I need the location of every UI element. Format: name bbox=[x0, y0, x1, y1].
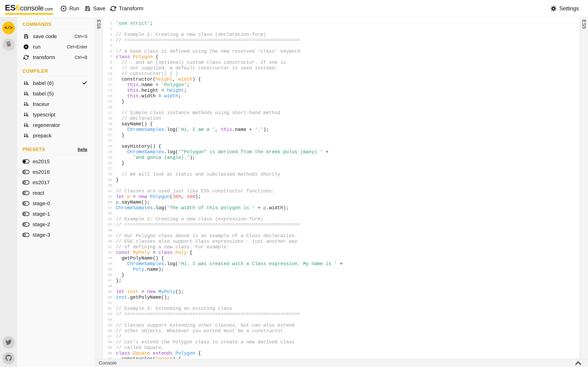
code-line: inst.getPolyName(); bbox=[116, 295, 579, 300]
toggle-knob bbox=[23, 223, 26, 226]
toggle-off-icon[interactable] bbox=[22, 212, 29, 216]
line-number: 9 bbox=[103, 65, 112, 71]
presets-header: PRESETS help bbox=[22, 147, 87, 152]
play-circle-icon bbox=[60, 5, 67, 12]
line-number: 51 bbox=[103, 300, 112, 306]
code-line bbox=[116, 300, 579, 306]
code-line: // Example 3: Extending an existing clas… bbox=[116, 306, 579, 311]
line-number: 42 bbox=[103, 250, 112, 256]
toggle-knob bbox=[23, 181, 26, 184]
code-line bbox=[116, 284, 579, 289]
chevron-up-icon[interactable] bbox=[575, 360, 582, 366]
play-icon bbox=[22, 44, 30, 50]
line-number: 35 bbox=[103, 211, 112, 216]
command-label: save code bbox=[33, 33, 57, 39]
twitter-icon bbox=[5, 339, 12, 346]
es6-pane-strip: ES6 bbox=[95, 17, 103, 359]
es6-code-editor[interactable]: 'use strict';// Example 1: Creating a ne… bbox=[114, 17, 579, 359]
line-number: 52 bbox=[103, 306, 112, 311]
compiler-option-typescript[interactable]: typescript bbox=[22, 109, 87, 120]
compiler-option-regenerator[interactable]: regenerator bbox=[22, 120, 87, 130]
code-line: ChromeSamples.log('The width of this pol… bbox=[116, 205, 579, 211]
toggle-knob bbox=[23, 234, 26, 236]
toggle-off-icon[interactable] bbox=[22, 233, 29, 237]
compiler-label: prepack bbox=[33, 133, 52, 139]
preset-label: es2015 bbox=[33, 158, 50, 165]
toggle-knob bbox=[23, 160, 26, 163]
toggle-off-icon[interactable] bbox=[22, 222, 29, 226]
preset-stage-1[interactable]: stage-1 bbox=[22, 209, 87, 219]
toggle-knob bbox=[23, 202, 26, 205]
line-number: 55 bbox=[103, 323, 112, 328]
command-save-code[interactable]: save codeCtrl+S bbox=[22, 31, 87, 42]
logo[interactable]: ES6console.com bbox=[5, 3, 53, 15]
preset-es2015[interactable]: es2015 bbox=[22, 156, 87, 167]
code-line: ChromeSamples.log('Hi. I was created wit… bbox=[116, 261, 579, 267]
console-bar[interactable]: Console bbox=[95, 359, 588, 367]
refresh-icon bbox=[22, 55, 30, 60]
sort-icon bbox=[22, 133, 30, 138]
compiler-option-prepack[interactable]: prepack bbox=[22, 130, 87, 141]
preset-stage-2[interactable]: stage-2 bbox=[22, 219, 87, 230]
compiler-option-babel-6-[interactable]: babel (6) bbox=[22, 78, 87, 88]
run-button[interactable]: Run bbox=[60, 0, 79, 17]
line-number: 21 bbox=[103, 133, 112, 138]
code-line: 'and gonia (angle).'); bbox=[116, 155, 579, 160]
line-number: 58 bbox=[103, 339, 112, 345]
command-transform[interactable]: transformCtrl+B bbox=[22, 52, 87, 63]
presets-help-link[interactable]: help bbox=[78, 147, 87, 152]
github-link[interactable] bbox=[2, 352, 15, 365]
line-number: 24 bbox=[103, 149, 112, 155]
preset-label: es2016 bbox=[33, 169, 50, 175]
line-number: 41 bbox=[103, 244, 112, 250]
line-number: 8 bbox=[103, 60, 112, 65]
sort-icon bbox=[22, 101, 30, 107]
line-number: 44 bbox=[103, 261, 112, 267]
preset-label: stage-1 bbox=[33, 211, 50, 217]
editor-area: ES6 123456789101112131415161718192021222… bbox=[95, 17, 588, 359]
save-button[interactable]: Save bbox=[85, 0, 105, 17]
compiler-option-babel-5-[interactable]: babel (5) bbox=[22, 88, 87, 99]
preset-es2017[interactable]: es2017 bbox=[22, 177, 87, 188]
sort-icon bbox=[22, 123, 30, 128]
line-number: 43 bbox=[103, 256, 112, 261]
toggle-off-icon[interactable] bbox=[22, 201, 29, 206]
compiler-option-traceur[interactable]: traceur bbox=[22, 99, 87, 109]
line-number: 49 bbox=[103, 289, 112, 295]
line-number: 10 bbox=[103, 71, 112, 76]
preset-label: stage-0 bbox=[33, 200, 50, 206]
line-number: 39 bbox=[103, 233, 112, 239]
code-icon: </> bbox=[5, 25, 13, 31]
line-number-gutter: 1234567891011121314151617181920212223242… bbox=[103, 17, 114, 359]
code-line: // declaration bbox=[116, 116, 579, 121]
preset-es2016[interactable]: es2016 bbox=[22, 167, 87, 177]
toggle-off-icon[interactable] bbox=[22, 191, 29, 195]
line-number: 7 bbox=[103, 54, 112, 60]
settings-button[interactable]: Settings bbox=[550, 0, 579, 17]
logo-console: console bbox=[20, 4, 43, 12]
toggle-off-icon[interactable] bbox=[22, 180, 29, 184]
docs-tab[interactable] bbox=[2, 38, 15, 51]
line-number: 15 bbox=[103, 99, 112, 105]
line-number: 53 bbox=[103, 311, 112, 317]
code-line bbox=[116, 183, 579, 188]
preset-stage-0[interactable]: stage-0 bbox=[22, 198, 87, 209]
command-run[interactable]: runCtrl+Enter bbox=[22, 42, 87, 52]
toggle-off-icon[interactable] bbox=[22, 170, 29, 174]
compiler-label: babel (6) bbox=[33, 80, 53, 86]
twitter-link[interactable] bbox=[2, 336, 15, 349]
preset-react[interactable]: react bbox=[22, 188, 87, 198]
line-number: 22 bbox=[103, 138, 112, 144]
code-line: // Classes are used just like ES5 constr… bbox=[116, 188, 579, 194]
divider bbox=[22, 76, 87, 76]
code-line: // other objects. Whatever you extend mu… bbox=[116, 328, 579, 334]
code-editor-tab[interactable]: </> bbox=[2, 22, 15, 34]
icon-rail: </> bbox=[0, 17, 17, 367]
preset-stage-3[interactable]: stage-3 bbox=[22, 230, 87, 240]
transform-button[interactable]: Transform bbox=[110, 0, 143, 17]
floppy-icon bbox=[85, 6, 90, 12]
line-number: 17 bbox=[103, 110, 112, 116]
code-line: class Polygon { bbox=[116, 54, 579, 60]
code-line bbox=[116, 138, 579, 144]
toggle-on-icon[interactable] bbox=[22, 159, 29, 164]
